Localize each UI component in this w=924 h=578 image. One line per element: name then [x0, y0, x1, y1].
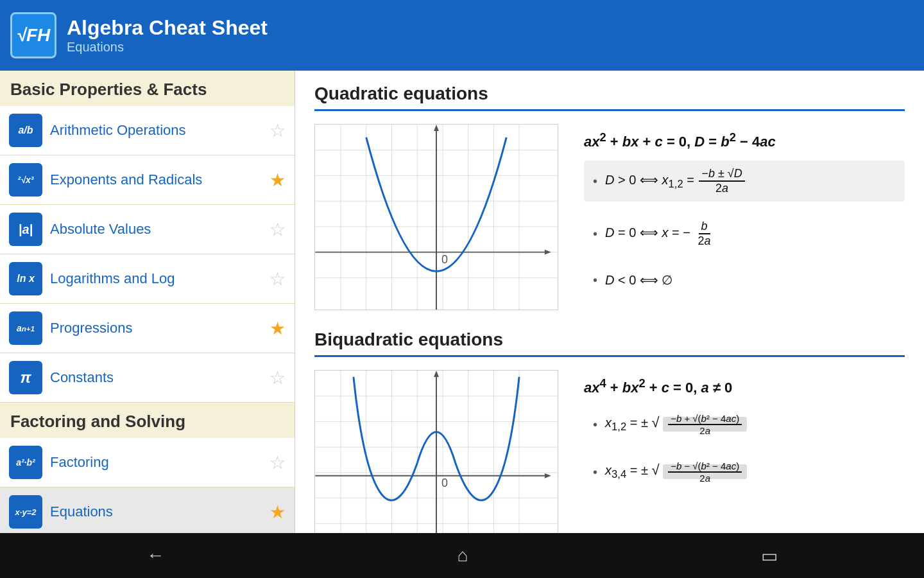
factoring-star[interactable]: ☆	[270, 452, 286, 473]
absolute-star[interactable]: ☆	[270, 219, 286, 240]
quadratic-formula-1: • D > 0 ⟺ x1,2 = −b ± √D 2a	[584, 161, 905, 202]
quadratic-formulas: ax2 + bx + c = 0, D = b2 − 4ac • D > 0 ⟺…	[584, 124, 905, 306]
biq-bullet-1: •	[593, 417, 597, 432]
formula-text-3: D < 0 ⟺ ∅	[605, 272, 672, 288]
bullet-3: •	[593, 273, 597, 288]
svg-marker-34	[545, 473, 551, 478]
sidebar-item-absolute-label: Absolute Values	[50, 221, 262, 238]
equations-icon: x·y=2	[9, 495, 42, 529]
section-header-factoring: Factoring and Solving	[0, 403, 295, 438]
formula-text-2: D = 0 ⟺ x = − b 2a	[605, 220, 715, 248]
quadratic-formula-2: • D = 0 ⟺ x = − b 2a	[584, 213, 905, 254]
arithmetic-star[interactable]: ☆	[270, 120, 286, 141]
exponents-icon: ²√x³	[9, 163, 42, 197]
exponents-star[interactable]: ★	[270, 170, 286, 191]
content-area: Quadratic equations	[295, 71, 924, 533]
quadratic-layout: 0 ax2 + bx + c = 0, D = b2 − 4ac • D > 0…	[314, 124, 905, 310]
biquadratic-formula-1: • x1,2 = ± √ −b + √(b² − 4ac) 2a	[584, 407, 905, 442]
quadratic-formula-3: • D < 0 ⟺ ∅	[584, 266, 905, 294]
recents-button[interactable]: ▭	[761, 545, 778, 566]
sidebar-item-logarithms-label: Logarithms and Log	[50, 270, 262, 287]
biquadratic-formula-2: • x3,4 = ± √ −b − √(b² − 4ac) 2a	[584, 454, 905, 490]
sidebar-item-equations-label: Equations	[50, 504, 262, 520]
biquadratic-title: Biquadratic equations	[314, 329, 905, 357]
arithmetic-icon: a/b	[9, 114, 42, 147]
biquadratic-graph: 0	[314, 370, 558, 533]
sidebar: Basic Properties & Facts a/b Arithmetic …	[0, 71, 295, 533]
sidebar-item-equations[interactable]: x·y=2 Equations ★	[0, 487, 295, 533]
app-icon: √FH	[10, 12, 56, 58]
quadratic-graph: 0	[314, 124, 558, 310]
section-header-basic: Basic Properties & Facts	[0, 71, 295, 106]
equations-star[interactable]: ★	[270, 502, 286, 523]
progressions-star[interactable]: ★	[270, 318, 286, 339]
bottom-nav: ← ⌂ ▭	[0, 533, 924, 578]
sidebar-item-progressions-label: Progressions	[50, 320, 262, 337]
svg-text:0: 0	[441, 253, 448, 266]
sidebar-item-constants[interactable]: π Constants ☆	[0, 353, 295, 403]
bullet-1: •	[593, 174, 597, 189]
biquadratic-main-formula: ax4 + bx2 + c = 0, a ≠ 0	[584, 376, 905, 396]
quadratic-section: Quadratic equations	[314, 83, 905, 310]
main-layout: Basic Properties & Facts a/b Arithmetic …	[0, 71, 924, 533]
absolute-icon: |a|	[9, 213, 42, 246]
bullet-2: •	[593, 227, 597, 241]
constants-star[interactable]: ☆	[270, 367, 286, 389]
biq-bullet-2: •	[593, 465, 597, 480]
factoring-icon: a²·b²	[9, 446, 42, 479]
biquadratic-formulas: ax4 + bx2 + c = 0, a ≠ 0 • x1,2 = ± √ −b…	[584, 370, 905, 502]
svg-marker-36	[434, 371, 439, 377]
progressions-icon: an+1	[9, 311, 42, 345]
sidebar-item-constants-label: Constants	[50, 369, 262, 386]
logarithms-star[interactable]: ☆	[270, 268, 286, 290]
svg-marker-15	[545, 250, 551, 255]
sidebar-item-absolute[interactable]: |a| Absolute Values ☆	[0, 205, 295, 254]
biq-formula-text-1: x1,2 = ± √ −b + √(b² − 4ac) 2a	[605, 413, 747, 436]
biq-formula-text-2: x3,4 = ± √ −b − √(b² − 4ac) 2a	[605, 460, 747, 484]
home-button[interactable]: ⌂	[458, 545, 468, 566]
app-title: Algebra Cheat Sheet	[67, 16, 268, 40]
sidebar-item-exponents[interactable]: ²√x³ Exponents and Radicals ★	[0, 155, 295, 205]
biquadratic-layout: 0 ax4 + bx2 + c = 0, a ≠ 0 • x1,2 = ±	[314, 370, 905, 533]
back-button[interactable]: ←	[146, 545, 164, 566]
sidebar-item-arithmetic[interactable]: a/b Arithmetic Operations ☆	[0, 106, 295, 155]
sidebar-item-exponents-label: Exponents and Radicals	[50, 171, 262, 188]
quadratic-title: Quadratic equations	[314, 83, 905, 111]
sidebar-item-logarithms[interactable]: ln x Logarithms and Log ☆	[0, 254, 295, 304]
formula-text-1: D > 0 ⟺ x1,2 = −b ± √D 2a	[605, 167, 746, 195]
logarithms-icon: ln x	[9, 262, 42, 295]
app-subtitle: Equations	[67, 40, 268, 55]
svg-text:0: 0	[441, 477, 448, 489]
sidebar-item-factoring-label: Factoring	[50, 454, 262, 471]
sidebar-item-arithmetic-label: Arithmetic Operations	[50, 122, 262, 139]
quadratic-main-formula: ax2 + bx + c = 0, D = b2 − 4ac	[584, 130, 905, 150]
topbar: √FH Algebra Cheat Sheet Equations	[0, 0, 924, 71]
sidebar-item-factoring[interactable]: a²·b² Factoring ☆	[0, 438, 295, 487]
app-title-block: Algebra Cheat Sheet Equations	[67, 16, 268, 55]
biquadratic-section: Biquadratic equations	[314, 329, 905, 533]
svg-marker-17	[434, 125, 439, 131]
constants-icon: π	[9, 361, 42, 394]
sidebar-item-progressions[interactable]: an+1 Progressions ★	[0, 304, 295, 353]
